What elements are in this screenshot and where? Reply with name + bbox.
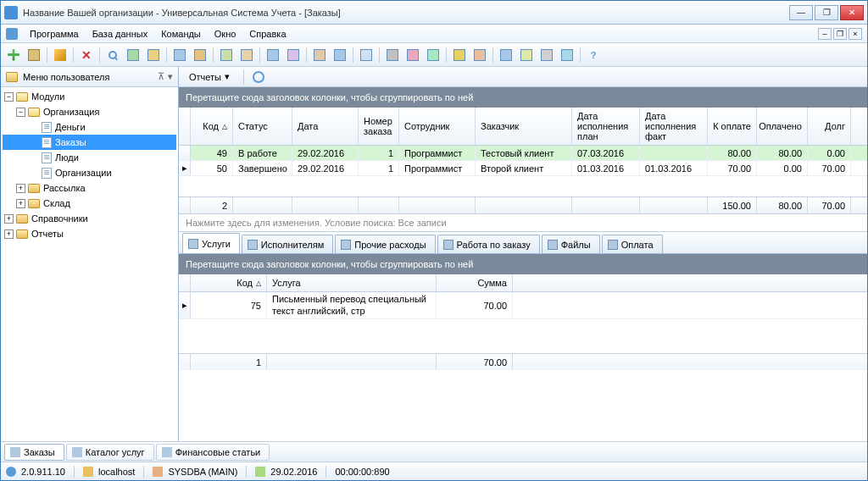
group-by-hint[interactable]: Перетащите сюда заголовок колонки, чтобы…: [179, 87, 867, 108]
add-button[interactable]: [4, 46, 23, 64]
tool-7[interactable]: [310, 46, 329, 64]
btab-Финансовые статьи[interactable]: Финансовые статьи: [156, 444, 270, 461]
col-paid[interactable]: Оплачено: [757, 108, 808, 145]
tree-node-refs[interactable]: +Справочники: [3, 211, 176, 226]
filter-hint[interactable]: Нажмите здесь для изменения. Условие пои…: [179, 213, 867, 232]
window-title: Название Вашей организации - Универсальн…: [23, 8, 789, 18]
tool-10[interactable]: [383, 46, 402, 64]
tree-node-mailing[interactable]: +Рассылка: [3, 180, 176, 196]
minimize-button[interactable]: —: [789, 5, 813, 20]
chevron-down-icon[interactable]: ▾: [168, 71, 173, 82]
users-button[interactable]: [470, 46, 489, 64]
tab-Оплата[interactable]: Оплата: [602, 235, 663, 253]
folder-icon: [6, 72, 18, 82]
dcol-sum[interactable]: Сумма: [437, 274, 513, 291]
col-to-pay[interactable]: К оплате: [708, 108, 757, 145]
tool-3[interactable]: [217, 46, 236, 64]
mdi-close-button[interactable]: ×: [849, 28, 862, 40]
col-date-fact[interactable]: Дата исполнения факт: [640, 108, 708, 145]
tree-node-people[interactable]: Люди: [3, 150, 176, 165]
col-debt[interactable]: Долг: [808, 108, 851, 145]
detail-row[interactable]: ▸75Письменный перевод специальный текст …: [179, 292, 867, 319]
status-user: SYSDBA (MAIN): [168, 467, 237, 477]
status-time: 00:00:00:890: [335, 467, 389, 477]
refresh-button[interactable]: [124, 46, 142, 64]
print-button[interactable]: [537, 46, 556, 64]
menu-Программа[interactable]: Программа: [23, 27, 86, 41]
help-button[interactable]: ?: [584, 46, 603, 64]
menu-Команды[interactable]: Команды: [154, 27, 208, 41]
toolbar: ✕ ?: [1, 43, 867, 67]
table-row[interactable]: ▸50Завершено29.02.20161ПрограммистВторой…: [179, 161, 867, 176]
search-button[interactable]: [103, 46, 122, 64]
sidebar-header: Меню пользователя ⊼ ▾: [1, 67, 178, 87]
titlebar: Название Вашей организации - Универсальн…: [1, 1, 867, 25]
col-employee[interactable]: Сотрудник: [399, 108, 476, 145]
date-icon: [255, 467, 265, 477]
table-row[interactable]: 49В работе29.02.20161ПрограммистТестовый…: [179, 146, 867, 161]
detail-group-hint[interactable]: Перетащите сюда заголовок колонки, чтобы…: [179, 254, 867, 274]
tree-node-orders[interactable]: Заказы: [3, 135, 176, 150]
tab-Исполнителям[interactable]: Исполнителям: [242, 235, 333, 253]
col-code[interactable]: Код△: [191, 108, 233, 145]
btab-Заказы[interactable]: Заказы: [4, 444, 64, 461]
menu-Окно[interactable]: Окно: [208, 27, 243, 41]
dcol-code[interactable]: Код△: [191, 274, 267, 291]
sidebar-title: Меню пользователя: [23, 72, 109, 82]
close-button[interactable]: ✕: [840, 5, 864, 20]
play-button[interactable]: [558, 46, 576, 64]
tree-node-modules[interactable]: −Модули: [3, 89, 176, 104]
app-icon: [4, 6, 18, 19]
menu-Справка[interactable]: Справка: [242, 27, 292, 41]
tool-12[interactable]: [424, 46, 442, 64]
delete-button[interactable]: ✕: [77, 46, 96, 64]
tool-9[interactable]: [357, 46, 376, 64]
tab-Работа по заказу[interactable]: Работа по заказу: [437, 235, 540, 253]
sidebar: Меню пользователя ⊼ ▾ −Модули −Организац…: [1, 67, 179, 441]
detail-tabs: УслугиИсполнителямПрочие расходыРабота п…: [179, 232, 867, 254]
tool-5[interactable]: [264, 46, 282, 64]
lock-button[interactable]: [450, 46, 469, 64]
tab-Прочие расходы[interactable]: Прочие расходы: [335, 235, 435, 253]
tree-node-orgs[interactable]: Организации: [3, 165, 176, 180]
tree-node-warehouse[interactable]: +Склад: [3, 196, 176, 211]
menubar: ПрограммаБаза данныхКомандыОкноСправка –…: [1, 25, 867, 43]
calc-button[interactable]: [497, 46, 515, 64]
copy-button[interactable]: [25, 46, 43, 64]
dcol-service[interactable]: Услуга: [267, 274, 437, 291]
menu-База данных[interactable]: База данных: [86, 27, 155, 41]
tool-4[interactable]: [237, 46, 256, 64]
mdi-minimize-button[interactable]: –: [818, 28, 832, 40]
tool-2[interactable]: [191, 46, 209, 64]
tree-node-money[interactable]: Деньги: [3, 119, 176, 135]
tool-6[interactable]: [284, 46, 303, 64]
col-date[interactable]: Дата: [292, 108, 359, 145]
clock-icon[interactable]: [253, 71, 264, 83]
col-status[interactable]: Статус: [233, 108, 292, 145]
host-icon: [83, 467, 93, 477]
grid-header: Код△ Статус Дата Номер заказа Сотрудник …: [179, 108, 867, 146]
tool-1[interactable]: [170, 46, 189, 64]
mdi-restore-button[interactable]: ❐: [833, 28, 847, 40]
tree-node-reports[interactable]: +Отчеты: [3, 226, 176, 241]
col-customer[interactable]: Заказчик: [476, 108, 572, 145]
detail-area: Перетащите сюда заголовок колонки, чтобы…: [179, 254, 867, 441]
tool-11[interactable]: [403, 46, 422, 64]
statusbar: 2.0.911.10 localhost SYSDBA (MAIN) 29.02…: [1, 462, 867, 480]
maximize-button[interactable]: ❐: [815, 5, 838, 20]
grid-footer: 2 150.00 80.00 70.00: [179, 196, 867, 213]
btab-Каталог услуг[interactable]: Каталог услуг: [66, 444, 154, 461]
reports-dropdown[interactable]: Отчеты▾: [184, 69, 235, 84]
tool-8[interactable]: [331, 46, 349, 64]
tab-Файлы[interactable]: Файлы: [542, 235, 600, 253]
tab-Услуги[interactable]: Услуги: [182, 233, 240, 253]
edit-button[interactable]: [51, 46, 70, 64]
filter-button[interactable]: [144, 46, 163, 64]
pin-icon[interactable]: ⊼: [158, 71, 164, 82]
calendar-button[interactable]: [517, 46, 536, 64]
user-icon: [153, 467, 163, 477]
col-ordno[interactable]: Номер заказа: [359, 108, 399, 145]
col-date-plan[interactable]: Дата исполнения план: [572, 108, 640, 145]
tree-node-org[interactable]: −Организация: [3, 104, 176, 119]
bottom-tabs: ЗаказыКаталог услугФинансовые статьи: [1, 441, 867, 462]
